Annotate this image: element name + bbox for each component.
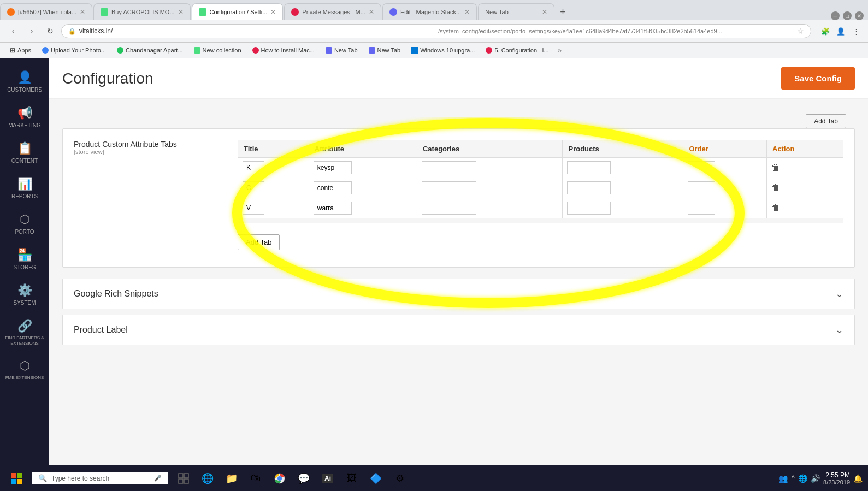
- bookmark-config-label: 5. Configuration - i...: [494, 47, 548, 54]
- mic-icon[interactable]: 🎤: [154, 475, 162, 482]
- row2-title-input[interactable]: [243, 181, 264, 194]
- nav-refresh[interactable]: ↻: [43, 23, 58, 39]
- th-action: Action: [767, 140, 843, 158]
- th-title: Title: [238, 140, 309, 158]
- window-close[interactable]: ✕: [855, 11, 864, 20]
- row3-attribute-input[interactable]: [314, 202, 352, 215]
- sidebar-item-find-partners[interactable]: 🔗 FIND PARTNERS & EXTENSIONS: [0, 312, 49, 352]
- taskbar-store[interactable]: 🛍: [246, 469, 265, 488]
- porto-icon: ⬡: [20, 212, 30, 227]
- tray-network-icon[interactable]: 🌐: [798, 474, 807, 483]
- browser-tab-2[interactable]: Buy ACROPOLIS MO... ✕: [93, 3, 191, 20]
- bookmark-chandanagar[interactable]: Chandanagar Apart...: [113, 45, 187, 55]
- start-button[interactable]: [5, 468, 27, 489]
- taskbar-magento[interactable]: 🔷: [366, 469, 386, 488]
- tab5-favicon: [389, 8, 397, 16]
- product-label-section: Product Label ⌄: [62, 315, 855, 345]
- new-tab-button[interactable]: +: [556, 4, 570, 20]
- sidebar-find-partners-label: FIND PARTNERS & EXTENSIONS: [0, 335, 49, 346]
- tab3-close[interactable]: ✕: [270, 8, 276, 16]
- taskbar-ai[interactable]: Ai: [318, 469, 338, 488]
- row1-delete-icon[interactable]: 🗑: [771, 163, 780, 172]
- row2-products-input[interactable]: [567, 181, 611, 194]
- sidebar-item-content[interactable]: 📋 CONTENT: [0, 135, 49, 170]
- bottom-add-tab-button[interactable]: Add Tab: [238, 234, 280, 250]
- window-minimize[interactable]: ─: [831, 11, 840, 20]
- bookmark-config[interactable]: 5. Configuration - i...: [481, 45, 553, 55]
- tray-volume-icon[interactable]: 🔊: [811, 474, 820, 483]
- product-label-header[interactable]: Product Label ⌄: [63, 315, 854, 345]
- browser-tab-5[interactable]: Edit - Magento Stack... ✕: [382, 3, 477, 20]
- tab6-close[interactable]: ✕: [542, 8, 547, 16]
- sidebar-item-customers[interactable]: 👤 CUSTOMERS: [0, 64, 49, 99]
- bookmark-how-to[interactable]: How to install Mac...: [248, 45, 319, 55]
- sidebar-item-reports[interactable]: 📊 REPORTS: [0, 170, 49, 206]
- sidebar-item-fme-extensions[interactable]: ⬡ FME EXTENSIONS: [0, 352, 49, 387]
- notification-icon[interactable]: 🔔: [853, 474, 863, 483]
- taskbar-edge[interactable]: 🌐: [198, 469, 217, 488]
- sidebar-item-porto[interactable]: ⬡ PORTO: [0, 206, 49, 241]
- top-add-tab-button[interactable]: Add Tab: [806, 114, 846, 128]
- page-header: Configuration Save Config: [49, 58, 868, 99]
- upload-favicon: [42, 47, 49, 54]
- row3-action-cell: 🗑: [767, 198, 843, 218]
- browser-tab-6[interactable]: New Tab ✕: [478, 3, 554, 20]
- tab4-close[interactable]: ✕: [369, 8, 374, 16]
- edge-icon: 🌐: [202, 472, 214, 484]
- taskbar-settings[interactable]: ⚙: [390, 469, 410, 488]
- row3-categories-input[interactable]: [422, 202, 476, 215]
- row3-order-input[interactable]: [688, 202, 715, 215]
- bookmark-apps[interactable]: ⊞ Apps: [5, 45, 36, 56]
- chandanagar-favicon: [117, 47, 123, 54]
- more-icon[interactable]: ⋮: [849, 25, 863, 38]
- window-maximize[interactable]: □: [843, 11, 852, 20]
- row1-attribute-input[interactable]: [314, 161, 352, 174]
- taskbar-task-view[interactable]: [174, 469, 193, 488]
- bookmark-upload[interactable]: Upload Your Photo...: [38, 45, 110, 55]
- bookmark-new-tab-m2[interactable]: New Tab: [364, 45, 405, 55]
- bookmark-windows[interactable]: Windows 10 upgra...: [407, 45, 479, 55]
- row2-attribute-input[interactable]: [314, 181, 352, 194]
- row3-delete-icon[interactable]: 🗑: [771, 203, 780, 212]
- tray-people-icon[interactable]: 👥: [778, 474, 788, 483]
- bookmark-windows-label: Windows 10 upgra...: [420, 47, 475, 54]
- tab5-close[interactable]: ✕: [464, 8, 470, 16]
- sidebar-item-system[interactable]: ⚙️ SYSTEM: [0, 277, 49, 312]
- row2-order-input[interactable]: [688, 181, 715, 194]
- row3-title-input[interactable]: [243, 202, 264, 215]
- address-bar[interactable]: 🔒 vitalticks.in/ /system_config/edit/sec…: [61, 24, 811, 38]
- taskbar-chrome[interactable]: [270, 469, 290, 488]
- taskbar-search-bar[interactable]: 🔍 Type here to search 🎤: [32, 472, 168, 484]
- row2-delete-icon[interactable]: 🗑: [771, 183, 780, 192]
- bookmark-new-collection[interactable]: New collection: [190, 45, 246, 55]
- browser-tab-3[interactable]: Configuration / Setti... ✕: [192, 3, 284, 20]
- attribute-table: Title Attribute Categories Products Orde…: [238, 140, 843, 223]
- sidebar-item-marketing[interactable]: 📢 MARKETING: [0, 99, 49, 135]
- browser-tab-4[interactable]: Private Messages - M... ✕: [284, 3, 381, 20]
- nav-back[interactable]: ‹: [5, 23, 21, 39]
- tab1-close[interactable]: ✕: [80, 8, 85, 16]
- row1-categories-input[interactable]: [422, 161, 476, 174]
- bookmarks-more[interactable]: »: [557, 46, 562, 55]
- row1-order-input[interactable]: [688, 161, 715, 174]
- browser-tab-1[interactable]: [#56507] When i pla... ✕: [0, 3, 92, 20]
- extensions-icon[interactable]: 🧩: [819, 25, 832, 38]
- browser-controls: ‹ › ↻ 🔒 vitalticks.in/ /system_config/ed…: [0, 20, 868, 43]
- bookmark-star-icon[interactable]: ☆: [797, 27, 804, 36]
- taskbar-explorer[interactable]: 📁: [222, 469, 241, 488]
- save-config-button[interactable]: Save Config: [781, 67, 855, 90]
- tab2-close[interactable]: ✕: [178, 8, 184, 16]
- taskbar-slack[interactable]: 💬: [294, 469, 314, 488]
- sidebar-item-stores[interactable]: 🏪 STORES: [0, 241, 49, 277]
- taskbar: 🔍 Type here to search 🎤 🌐 📁 🛍: [0, 465, 868, 491]
- bookmark-new-tab-m1[interactable]: New Tab: [321, 45, 362, 55]
- row1-products-input[interactable]: [567, 161, 611, 174]
- nav-forward[interactable]: ›: [24, 23, 39, 39]
- tray-arrow-icon[interactable]: ^: [791, 474, 795, 483]
- taskbar-photo[interactable]: 🖼: [342, 469, 362, 488]
- row3-products-input[interactable]: [567, 202, 611, 215]
- row1-title-input[interactable]: [243, 161, 264, 174]
- google-rich-snippets-header[interactable]: Google Rich Snippets ⌄: [63, 279, 854, 309]
- profile-icon[interactable]: 👤: [834, 25, 847, 38]
- row2-categories-input[interactable]: [422, 181, 476, 194]
